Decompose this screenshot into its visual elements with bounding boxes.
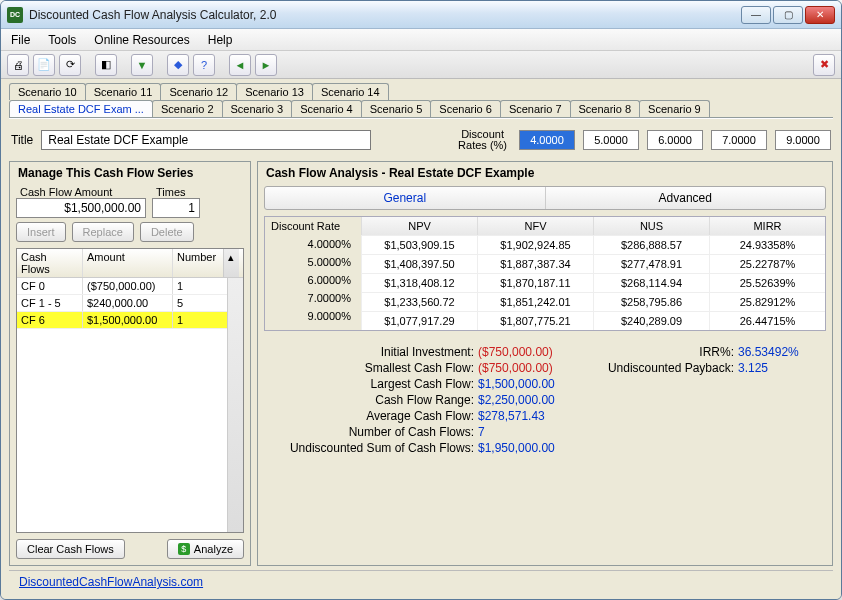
title-label: Title <box>11 133 33 147</box>
tab-scenario-9[interactable]: Scenario 9 <box>639 100 710 117</box>
footer-link[interactable]: DiscountedCashFlowAnalysis.com <box>19 575 203 589</box>
menu-online-resources[interactable]: Online Resources <box>94 33 189 47</box>
table-row: $1,318,408.12$1,870,187.11$268,114.9425.… <box>361 273 825 292</box>
stat-value: 3.125 <box>738 361 822 375</box>
stat-label: Number of Cash Flows: <box>268 425 478 439</box>
stat-label: Cash Flow Range: <box>268 393 478 407</box>
tab-scenario-2[interactable]: Scenario 2 <box>152 100 223 117</box>
rate-box-4[interactable]: 7.0000 <box>711 130 767 150</box>
tab-scenario-4[interactable]: Scenario 4 <box>291 100 362 117</box>
footer: DiscountedCashFlowAnalysis.com <box>9 570 833 593</box>
window-icon[interactable]: ◧ <box>95 54 117 76</box>
stat-value: $2,250,000.00 <box>478 393 588 407</box>
col-nus: NUS <box>593 217 709 235</box>
rate-table-corner: Discount Rate <box>265 217 361 235</box>
rate-box-1[interactable]: 4.0000 <box>519 130 575 150</box>
menu-tools[interactable]: Tools <box>48 33 76 47</box>
tab-scenario-14[interactable]: Scenario 14 <box>312 83 389 100</box>
list-row: CF 0($750,000.00)1 <box>17 278 227 295</box>
stat-value: ($750,000.00) <box>478 345 588 359</box>
col-mirr: MIRR <box>709 217 825 235</box>
tabstrip: Scenario 10 Scenario 11 Scenario 12 Scen… <box>9 83 833 119</box>
col-amount[interactable]: Amount <box>83 249 173 277</box>
stat-value: $1,950,000.00 <box>478 441 588 455</box>
subtab-advanced[interactable]: Advanced <box>545 187 826 209</box>
tab-scenario-8[interactable]: Scenario 8 <box>570 100 641 117</box>
tab-scenario-3[interactable]: Scenario 3 <box>222 100 293 117</box>
dollar-icon: $ <box>178 543 190 555</box>
scrollbar[interactable] <box>227 278 243 532</box>
col-cash-flows[interactable]: Cash Flows <box>17 249 83 277</box>
stat-label: Undiscounted Sum of Cash Flows: <box>268 441 478 455</box>
manage-panel-title: Manage This Cash Flow Series <box>18 166 244 180</box>
tab-real-estate[interactable]: Real Estate DCF Exam ... <box>9 100 153 117</box>
rate-table: Discount Rate 4.0000% 5.0000% 6.0000% 7.… <box>264 216 826 331</box>
app-icon: DC <box>7 7 23 23</box>
minimize-button[interactable]: — <box>741 6 771 24</box>
scroll-up-icon[interactable]: ▴ <box>223 249 239 277</box>
clear-button[interactable]: Clear Cash Flows <box>16 539 125 559</box>
tab-scenario-6[interactable]: Scenario 6 <box>430 100 501 117</box>
tab-scenario-11[interactable]: Scenario 11 <box>85 83 162 100</box>
stat-value: ($750,000.00) <box>478 361 588 375</box>
stat-label: IRR%: <box>588 345 738 359</box>
tab-scenario-7[interactable]: Scenario 7 <box>500 100 571 117</box>
tab-scenario-12[interactable]: Scenario 12 <box>160 83 237 100</box>
rate-row-label: 4.0000% <box>265 235 361 253</box>
list-row-selected: CF 6$1,500,000.001 <box>17 312 227 329</box>
analysis-panel-title: Cash Flow Analysis - Real Estate DCF Exa… <box>266 166 826 180</box>
stat-label: Average Cash Flow: <box>268 409 478 423</box>
rate-row-label: 7.0000% <box>265 289 361 307</box>
table-row: $1,233,560.72$1,851,242.01$258,795.8625.… <box>361 292 825 311</box>
subtab-general[interactable]: General <box>265 187 545 209</box>
times-label: Times <box>156 186 200 198</box>
table-row: $1,408,397.50$1,887,387.34$277,478.9125.… <box>361 254 825 273</box>
discount-rates-label: DiscountRates (%) <box>458 129 507 151</box>
stat-label: Initial Investment: <box>268 345 478 359</box>
col-number[interactable]: Number <box>173 249 223 277</box>
amount-input[interactable] <box>16 198 146 218</box>
tab-scenario-5[interactable]: Scenario 5 <box>361 100 432 117</box>
forward-icon[interactable]: ► <box>255 54 277 76</box>
stats-grid: Initial Investment:($750,000.00) IRR%:36… <box>264 345 826 455</box>
stat-value: $278,571.43 <box>478 409 588 423</box>
print2-icon[interactable]: 📄 <box>33 54 55 76</box>
delete-button[interactable]: Delete <box>140 222 194 242</box>
table-row: $1,503,909.15$1,902,924.85$286,888.5724.… <box>361 235 825 254</box>
toolbar: 🖨 📄 ⟳ ◧ ▼ ◆ ? ◄ ► ✖ <box>1 51 841 79</box>
rate-row-label: 6.0000% <box>265 271 361 289</box>
title-input[interactable] <box>41 130 371 150</box>
menu-file[interactable]: File <box>11 33 30 47</box>
back-icon[interactable]: ◄ <box>229 54 251 76</box>
insert-button[interactable]: Insert <box>16 222 66 242</box>
menubar: File Tools Online Resources Help <box>1 29 841 51</box>
analyze-button[interactable]: $Analyze <box>167 539 244 559</box>
help-icon[interactable]: ? <box>193 54 215 76</box>
stat-label: Largest Cash Flow: <box>268 377 478 391</box>
info-icon[interactable]: ◆ <box>167 54 189 76</box>
times-input[interactable] <box>152 198 200 218</box>
manage-panel: Manage This Cash Flow Series Cash Flow A… <box>9 161 251 566</box>
menu-help[interactable]: Help <box>208 33 233 47</box>
replace-button[interactable]: Replace <box>72 222 134 242</box>
col-npv: NPV <box>361 217 477 235</box>
stat-value: 36.53492% <box>738 345 822 359</box>
close-button[interactable]: ✕ <box>805 6 835 24</box>
refresh-icon[interactable]: ⟳ <box>59 54 81 76</box>
rate-box-3[interactable]: 6.0000 <box>647 130 703 150</box>
app-window: DC Discounted Cash Flow Analysis Calcula… <box>0 0 842 600</box>
tab-scenario-13[interactable]: Scenario 13 <box>236 83 313 100</box>
stat-value: 7 <box>478 425 588 439</box>
print-icon[interactable]: 🖨 <box>7 54 29 76</box>
table-row: $1,077,917.29$1,807,775.21$240,289.0926.… <box>361 311 825 330</box>
tab-scenario-10[interactable]: Scenario 10 <box>9 83 86 100</box>
rate-box-2[interactable]: 5.0000 <box>583 130 639 150</box>
maximize-button[interactable]: ▢ <box>773 6 803 24</box>
rate-row-label: 5.0000% <box>265 253 361 271</box>
cash-flow-list[interactable]: Cash Flows Amount Number ▴ CF 0($750,000… <box>16 248 244 533</box>
list-row: CF 1 - 5$240,000.005 <box>17 295 227 312</box>
amount-label: Cash Flow Amount <box>20 186 146 198</box>
down-green-icon[interactable]: ▼ <box>131 54 153 76</box>
rate-box-5[interactable]: 9.0000 <box>775 130 831 150</box>
cancel-icon[interactable]: ✖ <box>813 54 835 76</box>
